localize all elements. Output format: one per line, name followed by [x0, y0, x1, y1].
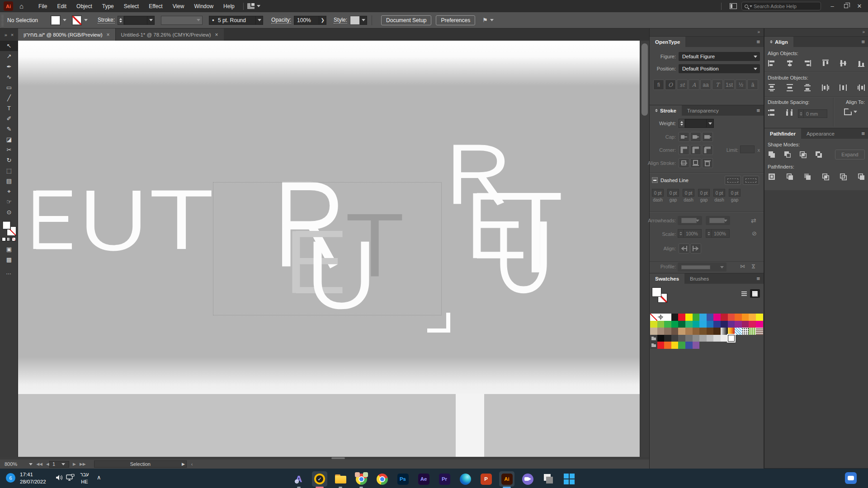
swatch[interactable] [756, 328, 763, 335]
taskbar-chrome[interactable] [376, 473, 388, 485]
eraser-tool[interactable]: ◪ [0, 134, 18, 145]
app-logo[interactable]: Ai [4, 1, 13, 11]
swatch[interactable] [685, 314, 693, 321]
swatch[interactable] [657, 321, 665, 328]
spacing-value-field[interactable]: 0 mm [798, 109, 827, 118]
tab-swatches[interactable]: Swatches [650, 273, 684, 284]
draw-mode-icon[interactable]: ▣ [0, 244, 18, 254]
distribute-v-center-icon[interactable] [784, 82, 795, 93]
menu-effect[interactable]: Effect [144, 3, 167, 9]
preferences-button[interactable]: Preferences [436, 15, 475, 25]
collapse-panels-icon[interactable]: » [764, 28, 868, 36]
dash-gap-field[interactable]: 0 ptdash [713, 189, 725, 202]
expand-panels-icon[interactable]: » [5, 32, 7, 38]
divide-icon[interactable] [766, 171, 777, 182]
crop-icon[interactable] [820, 171, 831, 182]
swap-arrowheads-icon[interactable]: ⇄ [751, 217, 756, 224]
vertical-scrollbar[interactable] [640, 41, 649, 459]
swatch[interactable] [749, 328, 756, 335]
swatch[interactable] [685, 321, 693, 328]
swatch[interactable] [664, 321, 671, 328]
contextual-alternates-icon[interactable]: T [712, 80, 723, 90]
fill-proxy[interactable] [652, 287, 661, 297]
collapse-icon[interactable]: ‹ [191, 461, 193, 467]
swatch[interactable] [650, 321, 657, 328]
swatch[interactable] [707, 328, 714, 335]
document-setup-button[interactable]: Document Setup [381, 15, 431, 25]
swatch[interactable] [657, 328, 665, 335]
swatch[interactable] [699, 321, 707, 328]
taskbar-premiere-pro[interactable]: Pr [439, 473, 450, 485]
swatch[interactable] [728, 328, 735, 335]
menu-view[interactable]: View [168, 3, 189, 9]
taskbar-illustrator[interactable]: Ai [501, 473, 513, 485]
swatch[interactable] [699, 328, 707, 335]
expand-button[interactable]: Expand [835, 150, 865, 160]
swatch[interactable] [678, 328, 685, 335]
merge-icon[interactable] [802, 171, 813, 182]
menu-object[interactable]: Object [71, 3, 97, 9]
menu-type[interactable]: Type [97, 3, 119, 9]
scissors-tool[interactable]: ✂ [0, 145, 18, 155]
swatch[interactable] [713, 335, 721, 342]
swatch[interactable] [707, 321, 714, 328]
taskbar-clock[interactable]: 17:41 28/07/2022 [20, 471, 46, 485]
align-h-center-icon[interactable] [784, 58, 795, 69]
taskbar-search-app[interactable]: A [293, 473, 305, 485]
none-mode-icon[interactable] [12, 237, 16, 241]
collapse-panels-icon[interactable]: » [650, 28, 764, 36]
fill-indicator[interactable] [2, 221, 11, 230]
arrow-align-end-icon[interactable] [690, 244, 701, 253]
taskbar-after-effects[interactable]: Ae [418, 473, 429, 485]
swatch[interactable] [657, 335, 665, 342]
dash-gap-field[interactable]: 0 ptgap [667, 189, 679, 202]
swatch[interactable] [749, 321, 756, 328]
panel-menu-icon[interactable]: ≡ [756, 275, 760, 282]
tab-opentype[interactable]: OpenType [650, 37, 685, 47]
close-tab-icon[interactable]: × [215, 32, 218, 38]
swatch[interactable] [721, 321, 728, 328]
tray-overflow-badge[interactable]: 6 [6, 473, 15, 483]
network-display-icon[interactable] [66, 474, 75, 483]
color-mode-icon[interactable] [2, 237, 6, 241]
zoom-dropdown-icon[interactable] [29, 463, 33, 465]
line-segment-tool[interactable]: ╱ [0, 93, 18, 103]
swatch[interactable] [671, 342, 679, 349]
flip-across-icon[interactable]: ⋈ [750, 264, 756, 269]
swatch[interactable] [707, 335, 714, 342]
align-right-icon[interactable] [802, 58, 813, 69]
exclude-icon[interactable] [813, 149, 824, 160]
scrollbar-thumb[interactable] [642, 43, 648, 116]
swatch[interactable] [664, 342, 671, 349]
align-stroke-center-icon[interactable] [679, 158, 689, 168]
rotate-tool[interactable]: ↻ [0, 155, 18, 165]
pen-tool[interactable]: ✒ [0, 61, 18, 72]
swatch[interactable] [713, 321, 721, 328]
align-stroke-outside-icon[interactable] [702, 158, 713, 168]
corner-round-icon[interactable] [690, 145, 701, 155]
close-button[interactable]: ✕ [853, 1, 866, 12]
edit-toolbar-icon[interactable]: … [0, 269, 18, 276]
swatch[interactable] [678, 314, 685, 321]
dash-preset-aligned-icon[interactable] [743, 176, 759, 185]
swatch[interactable] [728, 321, 735, 328]
dash-gap-field[interactable]: 0 ptdash [652, 189, 664, 202]
taskbar-snip-tool[interactable] [542, 473, 554, 485]
help-search-input[interactable]: Search Adobe Help [741, 2, 821, 10]
swatch[interactable] [721, 314, 728, 321]
align-v-center-icon[interactable] [838, 58, 849, 69]
taskbar-edge[interactable] [459, 473, 471, 485]
stylistic-alternates-icon[interactable]: A [689, 80, 699, 90]
artboard-number-field[interactable]: 1 [49, 461, 69, 468]
taskbar-norton-security[interactable]: ✓ [314, 473, 326, 485]
arrowhead-end-dropdown[interactable] [706, 216, 730, 225]
stroke-weight-field[interactable] [124, 16, 147, 25]
arrowhead-scale-start[interactable]: 100% [678, 229, 702, 238]
distribute-bottom-icon[interactable] [802, 82, 813, 93]
trim-icon[interactable] [784, 171, 795, 182]
swatch[interactable] [671, 321, 679, 328]
taskbar-powerpoint[interactable]: P [480, 473, 492, 485]
previous-artboard-icon[interactable]: ◀ [46, 462, 49, 466]
style-link[interactable]: Style: [334, 17, 347, 23]
selection-tool[interactable]: ↖ [0, 41, 18, 51]
